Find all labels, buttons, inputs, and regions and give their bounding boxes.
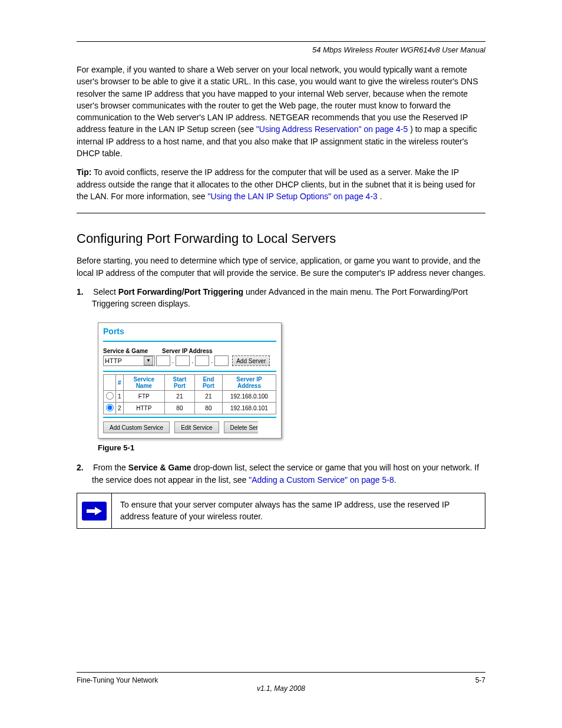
add-custom-service-button[interactable]: Add Custom Service xyxy=(103,421,170,433)
row-ip: 192.168.0.100 xyxy=(222,391,276,403)
row-service: FTP xyxy=(123,391,164,403)
tip-link[interactable]: "Using the LAN IP Setup Options" on page… xyxy=(208,192,378,201)
service-game-select[interactable]: HTTP ▼ xyxy=(103,355,155,366)
step2-c: . xyxy=(394,475,396,485)
col-service: Service Name xyxy=(123,375,164,391)
table-row: 2HTTP8080192.168.0.101 xyxy=(104,403,276,414)
step1-a: Select xyxy=(93,287,118,297)
col-start: Start Port xyxy=(164,375,194,391)
col-ip: Server IP Address xyxy=(222,375,276,391)
row-end: 80 xyxy=(194,403,222,414)
footer-right: 5-7 xyxy=(475,676,485,684)
ip-octet-2[interactable] xyxy=(176,355,190,366)
note-box: To ensure that your server computer alwa… xyxy=(77,493,485,529)
step2-bold1: Service & Game xyxy=(128,463,191,472)
table-row: 1FTP2121192.168.0.100 xyxy=(104,391,276,403)
col-end: End Port xyxy=(194,375,222,391)
intro-link[interactable]: "Using Address Reservation" on page 4-5 xyxy=(256,124,408,134)
footer-left: Fine-Tuning Your Network xyxy=(77,676,158,684)
step1-num: 1. xyxy=(77,286,91,298)
svg-marker-1 xyxy=(95,507,102,515)
ip-octet-1[interactable] xyxy=(156,355,170,366)
ip-octet-4[interactable] xyxy=(214,355,229,366)
section-p1: Before starting, you need to determine w… xyxy=(77,255,485,279)
intro-text: For example, if you wanted to share a We… xyxy=(77,65,478,134)
chevron-down-icon[interactable]: ▼ xyxy=(144,356,153,365)
row-num: 2 xyxy=(116,403,124,414)
delete-service-button[interactable]: Delete Ser xyxy=(224,421,258,433)
ports-title: Ports xyxy=(103,325,276,340)
paragraph-intro: For example, if you wanted to share a We… xyxy=(77,64,485,159)
step2-a: From the xyxy=(93,463,128,472)
tip-label: Tip: xyxy=(77,167,91,177)
step2-num: 2. xyxy=(77,462,91,473)
figure-caption: Figure 5-1 xyxy=(98,443,485,452)
row-ip: 192.168.0.101 xyxy=(222,403,276,414)
note-text: To ensure that your server computer alwa… xyxy=(112,493,485,528)
row-radio[interactable] xyxy=(106,392,114,400)
row-end: 21 xyxy=(194,391,222,403)
row-start: 80 xyxy=(164,403,194,414)
row-radio[interactable] xyxy=(106,404,114,411)
ports-table: # Service Name Start Port End Port Serve… xyxy=(103,374,276,414)
doc-header: 54 Mbps Wireless Router WGR614v8 User Ma… xyxy=(77,45,485,54)
note-arrow-icon xyxy=(82,502,107,521)
figure-ports-panel: Ports Service & Game Server IP Address H… xyxy=(98,322,485,439)
edit-service-button[interactable]: Edit Service xyxy=(174,421,219,433)
label-server-ip: Server IP Address xyxy=(162,348,213,354)
add-server-button[interactable]: Add Server xyxy=(232,355,270,366)
step1-bold: Port Forwarding/Port Triggering xyxy=(118,287,243,297)
tip-after: . xyxy=(380,192,382,201)
footer-center: v1.1, May 2008 xyxy=(77,684,485,693)
select-value: HTTP xyxy=(105,357,122,364)
section-heading: Configuring Port Forwarding to Local Ser… xyxy=(77,231,485,246)
row-num: 1 xyxy=(116,391,124,403)
col-num: # xyxy=(116,375,124,391)
svg-rect-0 xyxy=(87,509,95,513)
step2-link[interactable]: "Adding a Custom Service" on page 5-8 xyxy=(249,475,394,485)
label-service-game: Service & Game xyxy=(103,348,162,354)
ip-octet-3[interactable] xyxy=(195,355,209,366)
col-radio xyxy=(104,375,116,391)
step-2: 2. From the Service & Game drop-down lis… xyxy=(92,462,485,486)
row-service: HTTP xyxy=(123,403,164,414)
row-start: 21 xyxy=(164,391,194,403)
paragraph-tip: Tip: To avoid conflicts, reserve the IP … xyxy=(77,166,485,202)
step-1: 1. Select Port Forwarding/Port Triggerin… xyxy=(92,286,485,310)
